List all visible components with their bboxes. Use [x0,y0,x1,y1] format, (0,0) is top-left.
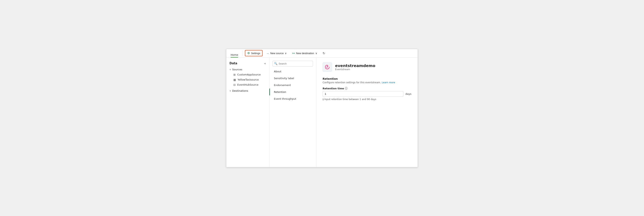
menu-item-retention[interactable]: Retention [270,89,316,95]
top-nav: Home ⚙ Settings → New source ∨ ↦ New des… [226,49,418,58]
sources-group-header[interactable]: ∨ Sources [226,67,269,72]
right-header: eventstreamdemo Eventstream [322,62,412,72]
app-name: eventstreamdemo [335,63,376,68]
search-input[interactable] [272,61,313,66]
retention-section-description: Configure retention settings for this ev… [322,81,412,84]
hint-text: ℹ Input retention time between 1 and 90 … [322,98,412,101]
new-source-icon: → [266,52,269,55]
menu-item-endorsement[interactable]: Endorsement [270,82,316,89]
hint-icon: ℹ [322,98,324,101]
destinations-group: ∨ Destinations [226,88,269,93]
right-panel: eventstreamdemo Eventstream Retention Co… [316,58,418,167]
destinations-group-header[interactable]: ∨ Destinations [226,88,269,93]
destinations-chevron: ∨ [230,90,231,92]
sources-chevron: ∨ [230,68,231,71]
about-label: About [274,70,281,73]
sensitivity-label: Sensitivity label [274,77,294,80]
new-destination-button[interactable]: ↦ New destination ∨ [290,50,319,56]
new-source-chevron: ∨ [285,52,287,55]
event-throughput-label: Event throughput [274,97,296,100]
destinations-group-label: Destinations [232,89,248,92]
retention-section-title: Retention [322,77,412,80]
hint-message: Input retention time between 1 and 90 da… [324,98,376,101]
customapp-icon: ⊞ [234,73,236,76]
center-panel: 🔍 About Sensitivity label Endorsement Re… [270,58,316,167]
sources-group: ∨ Sources ⊞ CustomAppSource ▦ YellowTaxi… [226,67,269,87]
sidebar-data-label: Data [230,62,237,65]
retention-menu-label: Retention [274,90,286,93]
new-destination-icon: ↦ [292,51,295,55]
new-destination-label: New destination [296,52,314,55]
menu-item-sensitivity[interactable]: Sensitivity label [270,75,316,82]
search-icon: 🔍 [274,62,278,65]
app-type: Eventstream [335,68,376,71]
eventhub-icon: ⊟ [234,83,236,86]
settings-button[interactable]: ⚙ Settings [245,50,262,56]
main-content: Data « ∨ Sources ⊞ CustomAppSource ▦ Yel… [226,58,418,167]
menu-item-event-throughput[interactable]: Event throughput [270,95,316,102]
settings-icon: ⚙ [247,51,250,55]
home-tab-label: Home [231,53,238,56]
settings-label: Settings [251,52,260,55]
retention-input-row: days [322,91,412,97]
yellowtaxi-icon: ▦ [234,78,236,81]
new-destination-chevron: ∨ [315,52,317,55]
sources-group-label: Sources [232,68,242,71]
days-label: days [405,92,412,95]
sidebar-item-customappsource[interactable]: ⊞ CustomAppSource [226,72,269,77]
search-container: 🔍 [272,61,313,66]
yellowtaxi-label: YellowTaxisource [238,78,258,81]
settings-section: Retention Configure retention settings f… [322,77,412,101]
app-title: eventstreamdemo Eventstream [335,63,376,71]
learn-more-link[interactable]: Learn more [382,81,395,84]
refresh-icon: ↻ [322,51,325,55]
sidebar-collapse-icon[interactable]: « [264,62,266,65]
info-icon[interactable]: i [345,87,348,90]
new-source-button[interactable]: → New source ∨ [264,51,289,56]
sidebar-item-yellowtaxisource[interactable]: ▦ YellowTaxisource [226,77,269,82]
home-tab[interactable]: Home [229,49,240,57]
retention-value-input[interactable] [322,91,404,97]
retention-time-label: Retention time i [322,87,412,90]
sidebar-item-eventhubsource[interactable]: ⊟ EventHubSource [226,82,269,87]
main-window: Home ⚙ Settings → New source ∨ ↦ New des… [226,49,418,167]
sidebar-title: Data « [226,60,269,67]
app-icon [322,62,332,72]
endorsement-label: Endorsement [274,84,291,87]
eventhub-label: EventHubSource [237,83,258,86]
sidebar: Data « ∨ Sources ⊞ CustomAppSource ▦ Yel… [226,58,270,167]
customapp-label: CustomAppSource [237,73,261,76]
refresh-button[interactable]: ↻ [321,50,327,56]
menu-item-about[interactable]: About [270,68,316,75]
search-wrap: 🔍 [272,61,313,66]
new-source-label: New source [270,52,284,55]
